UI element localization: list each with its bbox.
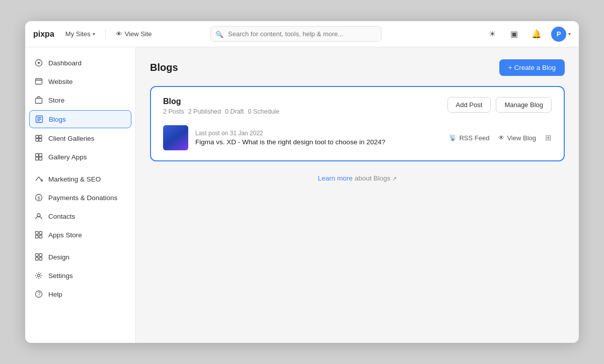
- svg-rect-13: [36, 154, 39, 157]
- sidebar-item-label: Marketing & SEO: [48, 175, 101, 183]
- draft-count: 0 Draft: [225, 108, 244, 115]
- svg-rect-11: [36, 139, 39, 142]
- sidebar-item-settings[interactable]: Settings: [25, 266, 135, 285]
- content-header: Blogs + Create a Blog: [150, 59, 565, 76]
- svg-point-20: [37, 214, 40, 217]
- blogs-icon: [35, 115, 44, 124]
- thumbnail-image: [163, 125, 188, 150]
- sidebar-item-label: Settings: [48, 272, 73, 280]
- sidebar-item-contacts[interactable]: Contacts: [25, 207, 135, 225]
- svg-rect-22: [39, 232, 42, 235]
- svg-point-29: [38, 275, 40, 277]
- published-count: 2 Published: [188, 108, 221, 115]
- svg-rect-9: [36, 135, 39, 138]
- sidebar-item-client-galleries[interactable]: Client Galleries: [25, 129, 135, 147]
- dashboard-icon: [34, 58, 43, 67]
- sidebar-item-dashboard[interactable]: Dashboard: [25, 54, 135, 72]
- svg-text:?: ?: [38, 292, 41, 297]
- create-blog-button[interactable]: + Create a Blog: [499, 59, 565, 76]
- sidebar-item-website[interactable]: Website: [25, 72, 135, 90]
- payments-icon: $: [34, 193, 43, 202]
- manage-blog-button[interactable]: Manage Blog: [496, 97, 552, 113]
- svg-rect-16: [39, 157, 42, 160]
- svg-rect-10: [39, 135, 42, 138]
- svg-rect-2: [36, 79, 42, 84]
- settings-icon: [34, 271, 43, 280]
- posts-count: 2 Posts: [163, 108, 184, 115]
- topbar-right: ☀ ▣ 🔔 P ▾: [485, 27, 571, 42]
- design-icon: [34, 252, 43, 261]
- eye-icon: 👁: [498, 134, 504, 141]
- blog-post-row: Last post on 31 Jan 2022 Figma vs. XD - …: [163, 125, 552, 150]
- help-icon: ?: [34, 290, 43, 299]
- theme-toggle-button[interactable]: ☀: [485, 27, 500, 42]
- blog-card-meta: 2 Posts 2 Published 0 Draft 0 Schedule: [163, 108, 279, 115]
- avatar-chevron-icon: ▾: [568, 31, 571, 37]
- sidebar-item-label: Client Galleries: [48, 135, 95, 142]
- divider: [105, 29, 106, 39]
- rss-feed-link[interactable]: 📡 RSS Feed: [449, 134, 489, 142]
- search-input[interactable]: [210, 26, 382, 42]
- avatar: P: [551, 27, 566, 42]
- svg-rect-15: [36, 157, 39, 160]
- sidebar-item-label: Store: [48, 97, 64, 104]
- svg-rect-25: [36, 254, 39, 257]
- schedule-count: 0 Schedule: [248, 108, 280, 115]
- add-post-button[interactable]: Add Post: [447, 97, 491, 113]
- svg-rect-24: [39, 235, 42, 238]
- sidebar-item-label: Payments & Donations: [48, 194, 117, 202]
- grid-options-icon[interactable]: ⊞: [545, 133, 552, 142]
- view-blog-link[interactable]: 👁 View Blog: [498, 134, 536, 142]
- learn-more-suffix: about Blogs: [354, 174, 392, 182]
- notifications-button[interactable]: 🔔: [529, 27, 544, 42]
- topbar: pixpa My Sites ▾ 👁 View Site 🔍 ☀ ▣ 🔔 P ▾: [25, 21, 579, 47]
- blog-card-actions: Add Post Manage Blog: [447, 97, 552, 113]
- svg-rect-23: [36, 235, 39, 238]
- view-site-label: View Site: [125, 30, 152, 38]
- blog-post-title: Figma vs. XD - What is the right design …: [195, 138, 442, 146]
- svg-rect-14: [39, 154, 42, 157]
- my-sites-label: My Sites: [65, 30, 91, 38]
- eye-icon: 👁: [116, 30, 122, 38]
- sidebar-item-apps-store[interactable]: Apps Store: [25, 226, 135, 244]
- sidebar: Dashboard Website Store Blogs: [25, 47, 136, 343]
- sidebar-item-label: Website: [48, 78, 73, 85]
- rss-icon: 📡: [449, 134, 457, 141]
- page-title: Blogs: [150, 62, 178, 73]
- blog-card-info: Blog 2 Posts 2 Published 0 Draft 0 Sched…: [163, 97, 279, 115]
- main-layout: Dashboard Website Store Blogs: [25, 47, 579, 343]
- svg-text:$: $: [38, 196, 40, 201]
- sidebar-item-marketing-seo[interactable]: Marketing & SEO: [25, 170, 135, 188]
- store-icon: [34, 96, 43, 105]
- learn-more-link[interactable]: Learn more: [318, 174, 353, 182]
- chat-icon-button[interactable]: ▣: [507, 27, 522, 42]
- svg-rect-27: [36, 257, 39, 260]
- sidebar-item-label: Design: [48, 253, 69, 261]
- svg-rect-4: [36, 99, 42, 104]
- sidebar-item-label: Gallery Apps: [48, 153, 87, 161]
- logo: pixpa: [33, 30, 54, 39]
- content-area: Blogs + Create a Blog Blog 2 Posts 2 Pub…: [136, 47, 579, 343]
- learn-more-section: Learn more about Blogs ↗: [150, 173, 565, 183]
- sidebar-item-label: Dashboard: [48, 59, 82, 67]
- avatar-menu[interactable]: P ▾: [551, 27, 571, 42]
- apps-store-icon: [34, 230, 43, 239]
- sidebar-item-blogs[interactable]: Blogs: [29, 110, 131, 128]
- sidebar-item-help[interactable]: ? Help: [25, 285, 135, 303]
- search-icon: 🔍: [215, 30, 223, 38]
- blog-card-header: Blog 2 Posts 2 Published 0 Draft 0 Sched…: [163, 97, 552, 115]
- sidebar-item-label: Apps Store: [48, 231, 82, 239]
- sidebar-item-design[interactable]: Design: [25, 248, 135, 266]
- sidebar-item-store[interactable]: Store: [25, 91, 135, 109]
- sidebar-item-gallery-apps[interactable]: Gallery Apps: [25, 148, 135, 166]
- my-sites-button[interactable]: My Sites ▾: [61, 28, 99, 40]
- svg-rect-26: [39, 254, 42, 257]
- blog-post-right-actions: 📡 RSS Feed 👁 View Blog ⊞: [449, 133, 552, 142]
- sidebar-item-payments-donations[interactable]: $ Payments & Donations: [25, 189, 135, 207]
- sidebar-item-label: Blogs: [49, 116, 66, 123]
- website-icon: [34, 77, 43, 86]
- view-site-button[interactable]: 👁 View Site: [112, 28, 156, 40]
- contacts-icon: [34, 212, 43, 221]
- marketing-icon: [34, 174, 43, 184]
- blog-post-thumbnail: [163, 125, 188, 150]
